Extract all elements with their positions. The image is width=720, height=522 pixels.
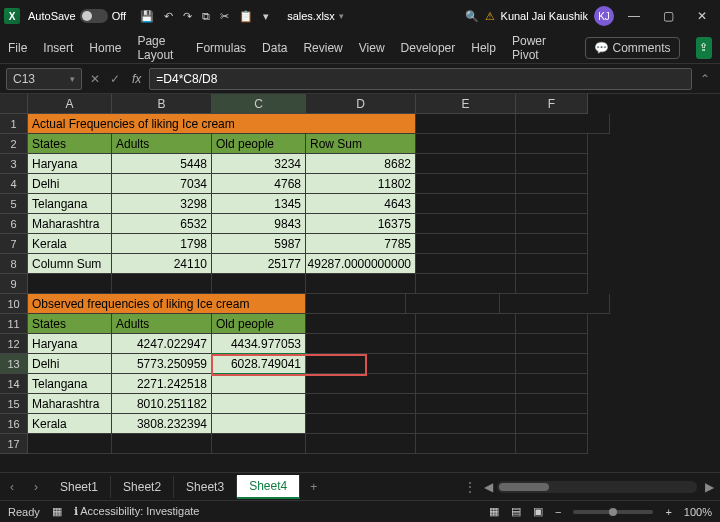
t1-state-3[interactable]: Maharashtra	[28, 214, 112, 234]
column-header-E[interactable]: E	[416, 94, 516, 114]
save-icon[interactable]: 💾	[140, 10, 154, 23]
cell[interactable]	[516, 134, 588, 154]
select-all-corner[interactable]	[0, 94, 28, 114]
paste-icon[interactable]: 📋	[239, 10, 253, 23]
t1-adults-2[interactable]: 3298	[112, 194, 212, 214]
cell[interactable]	[416, 234, 516, 254]
t1-old-3[interactable]: 9843	[212, 214, 306, 234]
t2-adults-1[interactable]: 5773.250959	[112, 354, 212, 374]
share-button[interactable]: ⇪	[696, 37, 712, 59]
sheet-tab-2[interactable]: Sheet2	[111, 476, 174, 498]
cell[interactable]	[516, 154, 588, 174]
t1-h-old[interactable]: Old people	[212, 134, 306, 154]
row-header-2[interactable]: 2	[0, 134, 28, 154]
t2-old-1[interactable]: 6028.749041	[212, 354, 306, 374]
cell[interactable]	[500, 294, 610, 314]
row-header-13[interactable]: 13	[0, 354, 28, 374]
cell[interactable]	[516, 314, 588, 334]
chevron-down-icon[interactable]: ▾	[339, 11, 344, 21]
cell[interactable]	[28, 274, 112, 294]
cell[interactable]	[516, 354, 588, 374]
t2-h-states[interactable]: States	[28, 314, 112, 334]
tab-review[interactable]: Review	[303, 41, 342, 55]
macro-icon[interactable]: ▦	[52, 505, 62, 518]
t1-footer-old[interactable]: 25177	[212, 254, 306, 274]
row-header-5[interactable]: 5	[0, 194, 28, 214]
t2-state-1[interactable]: Delhi	[28, 354, 112, 374]
cell[interactable]	[516, 374, 588, 394]
cell[interactable]	[416, 254, 516, 274]
cell[interactable]	[516, 394, 588, 414]
t2-old-0[interactable]: 4434.977053	[212, 334, 306, 354]
sheet-tab-3[interactable]: Sheet3	[174, 476, 237, 498]
row-header-8[interactable]: 8	[0, 254, 28, 274]
t2-state-3[interactable]: Maharashtra	[28, 394, 112, 414]
name-box[interactable]: C13 ▾	[6, 68, 82, 90]
horizontal-scrollbar[interactable]	[497, 481, 697, 493]
scroll-right-icon[interactable]: ▶	[705, 480, 714, 494]
row-header-17[interactable]: 17	[0, 434, 28, 454]
sheet-tab-1[interactable]: Sheet1	[48, 476, 111, 498]
sheet-tab-4[interactable]: Sheet4	[237, 475, 300, 499]
user-account[interactable]: ⚠ Kunal Jai Kaushik KJ	[485, 6, 614, 26]
cancel-formula-icon[interactable]: ✕	[86, 72, 104, 86]
t1-footer-label[interactable]: Column Sum	[28, 254, 112, 274]
row-header-12[interactable]: 12	[0, 334, 28, 354]
t2-h-old[interactable]: Old people	[212, 314, 306, 334]
t1-sum-1[interactable]: 11802	[306, 174, 416, 194]
t1-old-4[interactable]: 5987	[212, 234, 306, 254]
cell[interactable]	[406, 294, 500, 314]
toggle-switch[interactable]	[80, 9, 108, 23]
redo-icon[interactable]: ↷	[183, 10, 192, 23]
cell[interactable]	[212, 434, 306, 454]
tab-insert[interactable]: Insert	[43, 41, 73, 55]
tab-developer[interactable]: Developer	[401, 41, 456, 55]
t2-state-0[interactable]: Haryana	[28, 334, 112, 354]
zoom-out-icon[interactable]: −	[555, 506, 561, 518]
cell[interactable]	[212, 274, 306, 294]
accessibility-status[interactable]: ℹ Accessibility: Investigate	[74, 505, 200, 518]
copy-icon[interactable]: ⧉	[202, 10, 210, 23]
t1-state-0[interactable]: Haryana	[28, 154, 112, 174]
formula-input[interactable]: =D4*C8/D8	[149, 68, 692, 90]
tab-view[interactable]: View	[359, 41, 385, 55]
view-page-icon[interactable]: ▤	[511, 505, 521, 518]
tab-home[interactable]: Home	[89, 41, 121, 55]
table1-title[interactable]: Actual Frequencies of liking Ice cream	[28, 114, 416, 134]
table2-title[interactable]: Observed frequencies of liking Ice cream	[28, 294, 306, 314]
column-header-B[interactable]: B	[112, 94, 212, 114]
row-header-1[interactable]: 1	[0, 114, 28, 134]
cell[interactable]	[416, 334, 516, 354]
qat-dropdown-icon[interactable]: ▾	[263, 10, 269, 23]
cell[interactable]	[416, 314, 516, 334]
cell[interactable]	[306, 334, 416, 354]
cell[interactable]	[416, 374, 516, 394]
t1-state-2[interactable]: Telangana	[28, 194, 112, 214]
t1-h-adults[interactable]: Adults	[112, 134, 212, 154]
t1-old-1[interactable]: 4768	[212, 174, 306, 194]
t2-h-adults[interactable]: Adults	[112, 314, 212, 334]
view-normal-icon[interactable]: ▦	[489, 505, 499, 518]
cell[interactable]	[516, 274, 588, 294]
add-sheet-button[interactable]: +	[300, 480, 327, 494]
minimize-button[interactable]: ―	[620, 9, 648, 23]
cell[interactable]	[416, 414, 516, 434]
t1-sum-4[interactable]: 7785	[306, 234, 416, 254]
zoom-in-icon[interactable]: +	[665, 506, 671, 518]
zoom-slider[interactable]	[573, 510, 653, 514]
cell[interactable]	[112, 274, 212, 294]
t1-sum-2[interactable]: 4643	[306, 194, 416, 214]
t1-state-1[interactable]: Delhi	[28, 174, 112, 194]
column-header-C[interactable]: C	[212, 94, 306, 114]
cut-icon[interactable]: ✂	[220, 10, 229, 23]
t2-old-2[interactable]	[212, 374, 306, 394]
undo-icon[interactable]: ↶	[164, 10, 173, 23]
expand-formula-icon[interactable]: ⌃	[696, 72, 714, 86]
column-header-F[interactable]: F	[516, 94, 588, 114]
autosave-toggle[interactable]: AutoSave Off	[28, 9, 126, 23]
t1-footer-adults[interactable]: 24110	[112, 254, 212, 274]
row-header-6[interactable]: 6	[0, 214, 28, 234]
zoom-level[interactable]: 100%	[684, 506, 712, 518]
search-icon[interactable]: 🔍	[465, 10, 479, 23]
column-header-D[interactable]: D	[306, 94, 416, 114]
